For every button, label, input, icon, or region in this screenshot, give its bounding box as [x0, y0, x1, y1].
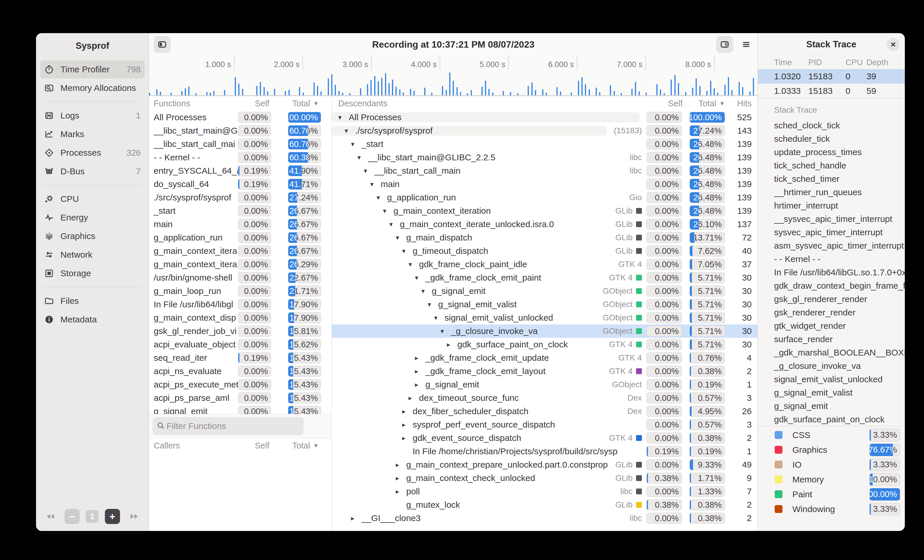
descendant-row[interactable]: ▾g_timeout_dispatchGLib0.00%7.62%7.62%40 [332, 244, 758, 258]
expander-open-icon[interactable]: ▾ [389, 220, 400, 228]
expander-open-icon[interactable]: ▾ [357, 154, 368, 162]
expander-closed-icon[interactable]: ▸ [396, 461, 406, 469]
expander-open-icon[interactable]: ▾ [383, 207, 393, 215]
timeline-cpu-chart[interactable] [149, 70, 758, 96]
stack-frame[interactable]: signal_emit_valist_unlocked [758, 373, 905, 386]
sidebar-item-cpu[interactable]: CPU [40, 190, 145, 208]
descendant-row[interactable]: ▸gdk_surface_paint_on_clockGTK 40.00%5.7… [332, 338, 758, 351]
stack-frame[interactable]: tick_sched_timer [758, 172, 905, 186]
expander-open-icon[interactable]: ▾ [434, 314, 445, 322]
function-row[interactable]: - - Kernel - -0.00%60.38%60.38% [149, 151, 332, 164]
sidebar-item-memory-allocations[interactable]: Memory Allocations [40, 79, 145, 97]
stack-sample-row[interactable]: 1.033315183059 [758, 84, 905, 98]
descendant-row[interactable]: ▾g_main_context_iterate_unlocked.isra.0G… [332, 217, 758, 231]
sidebar-item-time-profiler[interactable]: Time Profiler798 [40, 60, 145, 78]
expander-closed-icon[interactable]: ▸ [402, 421, 412, 429]
stack-frame[interactable]: g_signal_emit_valist [758, 386, 905, 399]
forward-button[interactable] [126, 508, 142, 524]
stack-frame[interactable]: tick_sched_handle [758, 159, 905, 172]
function-row[interactable]: ./src/sysprof/sysprof0.00%27.24%27.24% [149, 191, 332, 204]
descendant-row[interactable]: ▸g_main_context_check_unlockedGLib0.38%0… [332, 472, 758, 485]
sidebar-item-marks[interactable]: Marks [40, 125, 145, 143]
toggle-sidebar-button[interactable] [154, 36, 171, 53]
stack-frame[interactable]: gsk_gl_renderer_render [758, 292, 905, 306]
expander-open-icon[interactable]: ▾ [376, 194, 387, 202]
expander-closed-icon[interactable]: ▸ [408, 394, 419, 402]
expander-open-icon[interactable]: ▾ [345, 127, 355, 135]
expander-open-icon[interactable]: ▾ [370, 180, 381, 188]
expander-closed-icon[interactable]: ▸ [396, 474, 406, 482]
stack-column-header-pid[interactable]: PID [808, 58, 846, 67]
stack-frame[interactable]: g_signal_emit [758, 399, 905, 413]
stack-frame[interactable]: gdk_draw_context_begin_frame_full [758, 279, 905, 292]
callers-self-column-header[interactable]: Self [237, 441, 269, 451]
expander-open-icon[interactable]: ▾ [441, 327, 451, 335]
function-row[interactable]: acpi_ps_parse_aml0.00%15.43%15.43% [149, 391, 332, 404]
stack-frame[interactable]: _g_closure_invoke_va [758, 359, 905, 373]
rewind-button[interactable] [42, 508, 58, 524]
descendant-row[interactable]: ▾g_signal_emitGObject0.00%5.71%5.71%30 [332, 284, 758, 298]
expander-closed-icon[interactable]: ▸ [396, 488, 406, 496]
function-row[interactable]: _start0.00%26.67%26.67% [149, 204, 332, 217]
function-row[interactable]: main0.00%26.67%26.67% [149, 217, 332, 231]
function-row[interactable]: gsk_gl_render_job_vi0.00%15.81%15.81% [149, 325, 332, 338]
descendant-row[interactable]: ▾gdk_frame_clock_paint_idleGTK 40.00%7.0… [332, 258, 758, 271]
descendant-row[interactable]: ▸__GI___clone3libc0.00%0.38%0.38%2 [332, 512, 758, 525]
descendant-row[interactable]: ▾signal_emit_valist_unlockedGObject0.00%… [332, 311, 758, 325]
expander-open-icon[interactable]: ▾ [351, 140, 362, 148]
zoom-in-button[interactable]: + [105, 509, 120, 524]
stack-frame[interactable]: __sysvec_apic_timer_interrupt [758, 212, 905, 226]
stack-frame[interactable]: _gdk_marshal_BOOLEAN__BOXEDv [758, 346, 905, 359]
functions-self-column-header[interactable]: Self [237, 99, 269, 108]
expander-closed-icon[interactable]: ▸ [402, 407, 412, 415]
function-row[interactable]: __libc_start_call_mai0.00%60.76%60.76% [149, 138, 332, 151]
expander-open-icon[interactable]: ▾ [428, 301, 438, 308]
sidebar-item-metadata[interactable]: Metadata [40, 310, 145, 328]
descendant-row[interactable]: ▸g_signal_emitGObject0.00%0.19%0.19%1 [332, 378, 758, 391]
sidebar-item-energy[interactable]: Energy [40, 208, 145, 226]
timeline-ruler[interactable]: 1.000 s2.000 s3.000 s4.000 s5.000 s6.000… [149, 56, 758, 70]
stack-frame[interactable]: hrtimer_interrupt [758, 199, 905, 212]
function-row[interactable]: acpi_ps_execute_met0.00%15.43%15.43% [149, 378, 332, 391]
descendant-row[interactable]: ▾_start0.00%26.48%26.48%139 [332, 138, 758, 151]
stack-frame[interactable]: sched_clock_tick [758, 119, 905, 132]
sidebar-item-network[interactable]: Network [40, 246, 145, 264]
function-row[interactable]: acpi_ns_evaluate0.00%15.43%15.43% [149, 364, 332, 378]
expander-open-icon[interactable]: ▾ [364, 167, 374, 175]
expander-closed-icon[interactable]: ▸ [415, 381, 425, 389]
function-row[interactable]: seq_read_iter0.19%0.19%15.43%15.43% [149, 351, 332, 364]
filter-functions-input[interactable] [153, 417, 304, 435]
expander-closed-icon[interactable]: ▸ [447, 341, 458, 349]
functions-total-column-header[interactable]: Total▼ [286, 99, 319, 108]
expander-open-icon[interactable]: ▾ [338, 114, 349, 121]
function-row[interactable]: All Processes0.00%100.00%100.00% [149, 111, 332, 124]
function-row[interactable]: g_main_context_itera0.00%26.67%26.67% [149, 244, 332, 258]
expander-open-icon[interactable]: ▾ [415, 274, 425, 282]
descendant-row[interactable]: ▾_gdk_frame_clock_emit_paintGTK 40.00%5.… [332, 271, 758, 284]
callers-total-column-header[interactable]: Total▼ [286, 441, 319, 451]
stack-column-header-time[interactable]: Time [774, 58, 808, 67]
sidebar-item-graphics[interactable]: Graphics [40, 227, 145, 245]
zoom-level-indicator[interactable]: 1 [86, 510, 99, 523]
expander-closed-icon[interactable]: ▸ [415, 367, 425, 375]
stack-frame[interactable]: gdk_surface_paint_on_clock [758, 413, 905, 426]
sidebar-item-logs[interactable]: Logs1 [40, 106, 145, 124]
descendant-row[interactable]: ▾All Processes0.00%100.00%100.00%525 [332, 111, 758, 124]
descendants-total-column-header[interactable]: Total▼ [690, 99, 725, 108]
descendant-row[interactable]: ▾g_signal_emit_valistGObject0.00%5.71%5.… [332, 298, 758, 311]
descendant-row[interactable]: ▸_gdk_frame_clock_emit_layoutGTK 40.00%0… [332, 364, 758, 378]
expander-open-icon[interactable]: ▾ [408, 261, 419, 268]
descendant-row[interactable]: ▾__libc_start_main@GLIBC_2.2.5libc0.00%2… [332, 151, 758, 164]
expander-open-icon[interactable]: ▾ [422, 287, 432, 295]
descendant-row[interactable]: In File /home/christian/Projects/sysprof… [332, 445, 758, 458]
descendants-column-header[interactable]: Descendants [338, 99, 648, 108]
descendants-self-column-header[interactable]: Self [648, 99, 682, 108]
stack-frame[interactable]: In File /usr/lib64/libGL.so.1.7.0+0x4b [758, 266, 905, 279]
function-row[interactable]: g_application_run0.00%26.67%26.67% [149, 231, 332, 244]
descendant-row[interactable]: ▾g_main_context_iterationGLib0.00%26.48%… [332, 204, 758, 217]
stack-frame[interactable]: asm_sysvec_apic_timer_interrupt [758, 239, 905, 252]
descendants-hits-column-header[interactable]: Hits [725, 99, 758, 108]
expander-closed-icon[interactable]: ▸ [402, 434, 412, 442]
descendant-row[interactable]: g_mutex_lockGLib0.38%0.38%0.38%0.38%2 [332, 498, 758, 512]
stack-frame[interactable]: sysvec_apic_timer_interrupt [758, 226, 905, 239]
